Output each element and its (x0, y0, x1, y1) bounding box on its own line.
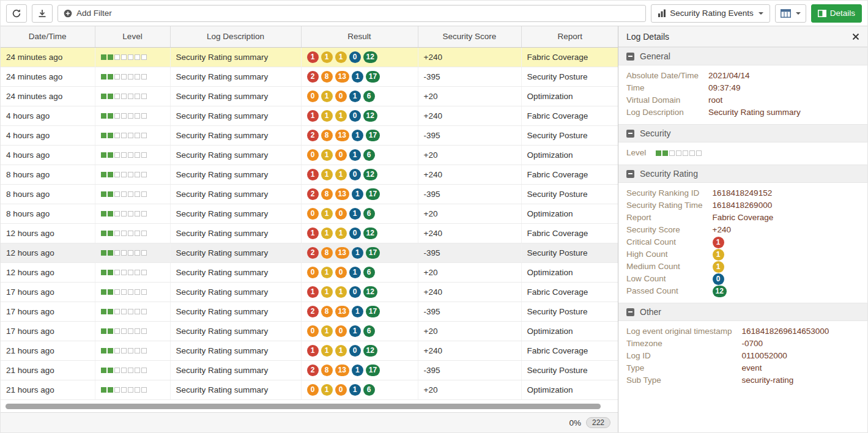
cell-log-description: Security Rating summary (170, 380, 301, 399)
field-label: Report (626, 212, 703, 224)
cell-log-description: Security Rating summary (170, 184, 301, 204)
field-value: 0110052000 (742, 350, 859, 362)
count-badge-blue: 1 (349, 91, 361, 102)
view-selector-button[interactable]: Security Rating Events (651, 4, 770, 23)
add-filter-input[interactable]: Add Filter (57, 5, 646, 22)
table-row[interactable]: 17 hours agoSecurity Rating summary01016… (1, 321, 618, 341)
cell-result: 2813117 (301, 302, 418, 321)
field-label: Time (626, 82, 699, 94)
field-label: Log ID (626, 350, 732, 362)
level-segment (141, 152, 147, 158)
table-row[interactable]: 24 minutes agoSecurity Rating summary281… (1, 67, 618, 86)
view-selector-label: Security Rating Events (670, 9, 754, 18)
cell-security-score: +240 (418, 47, 521, 67)
table-row[interactable]: 21 hours agoSecurity Rating summary11101… (1, 341, 618, 360)
section-header-security[interactable]: Security (618, 124, 867, 142)
cell-level (95, 282, 170, 302)
level-segment (121, 211, 127, 216)
cell-datetime: 24 minutes ago (1, 67, 95, 86)
table-row[interactable]: 17 hours agoSecurity Rating summary11101… (1, 282, 618, 302)
count-badge-orange: 13 (335, 306, 349, 317)
section-header-general[interactable]: General (618, 47, 867, 65)
column-header-log-description[interactable]: Log Description (170, 26, 301, 47)
collapse-minus-icon[interactable] (626, 308, 634, 316)
cell-report: Security Posture (521, 302, 618, 321)
cell-level (95, 184, 170, 204)
level-segment (128, 94, 133, 99)
cell-log-description: Security Rating summary (170, 243, 301, 262)
cell-security-score: +240 (418, 341, 521, 360)
count-badge-green: 17 (366, 247, 380, 259)
level-segment (135, 74, 140, 80)
level-segment (128, 74, 133, 80)
level-segment (101, 289, 106, 295)
display-options-button[interactable] (775, 4, 806, 23)
table-row[interactable]: 8 hours agoSecurity Rating summary01016+… (1, 204, 618, 223)
column-header-security-score[interactable]: Security Score (418, 26, 521, 47)
count-badge-red: 2 (307, 365, 319, 376)
cell-result: 111012 (301, 341, 418, 360)
count-badge-green: 6 (363, 149, 375, 161)
count-badge-orange: 0 (307, 325, 319, 337)
count-badge-red: 2 (307, 188, 319, 200)
column-header-report[interactable]: Report (521, 26, 618, 47)
field-label: Absolute Date/Time (626, 70, 699, 82)
count-badge-blue: 1 (352, 130, 363, 141)
close-icon[interactable] (852, 33, 859, 40)
section-header-security-rating[interactable]: Security Rating (618, 165, 867, 183)
level-segment (101, 368, 106, 373)
count-badge-orange: 13 (335, 188, 349, 200)
table-row[interactable]: 24 minutes agoSecurity Rating summary111… (1, 47, 618, 67)
level-segment (108, 270, 113, 275)
collapse-minus-icon[interactable] (626, 53, 634, 61)
table-row[interactable]: 4 hours agoSecurity Rating summary281311… (1, 125, 618, 145)
cell-report: Fabric Coverage (521, 282, 618, 302)
column-header-level[interactable]: Level (95, 26, 170, 47)
level-segment (101, 191, 106, 197)
table-row[interactable]: 12 hours agoSecurity Rating summary28131… (1, 243, 618, 262)
count-badge-green: 17 (366, 306, 380, 317)
level-indicator (101, 270, 147, 275)
panel-title: Log Details (626, 32, 669, 42)
column-header-date-time[interactable]: Date/Time (1, 26, 95, 47)
column-header-result[interactable]: Result (301, 26, 418, 47)
section-header-other[interactable]: Other (618, 303, 867, 321)
table-display-icon (781, 9, 791, 18)
count-badge-orange: 13 (335, 365, 349, 376)
details-button[interactable]: Details (811, 4, 862, 23)
level-segment (101, 231, 106, 236)
table-row[interactable]: 4 hours agoSecurity Rating summary111012… (1, 106, 618, 125)
refresh-button[interactable] (6, 4, 27, 23)
count-badge-red: 1 (307, 228, 319, 239)
count-badge-blue: 1 (349, 384, 361, 396)
field-label: Level (626, 147, 646, 159)
count-badge-green: 6 (363, 325, 375, 337)
collapse-minus-icon[interactable] (626, 130, 634, 138)
field-label: Security Rating Time (626, 199, 703, 212)
level-segment (141, 368, 147, 373)
table-row[interactable]: 4 hours agoSecurity Rating summary01016+… (1, 145, 618, 165)
count-badge-red: 2 (307, 247, 319, 259)
table-row[interactable]: 17 hours agoSecurity Rating summary28131… (1, 302, 618, 321)
table-row[interactable]: 21 hours agoSecurity Rating summary01016… (1, 380, 618, 399)
table-row[interactable]: 8 hours agoSecurity Rating summary111012… (1, 165, 618, 184)
download-button[interactable] (32, 4, 53, 23)
level-segment (121, 152, 127, 158)
table-row[interactable]: 12 hours agoSecurity Rating summary11101… (1, 223, 618, 243)
table-row[interactable]: 24 minutes agoSecurity Rating summary010… (1, 86, 618, 106)
count-badge-red: 1 (307, 345, 319, 357)
table-row[interactable]: 21 hours agoSecurity Rating summary28131… (1, 360, 618, 380)
details-section-security: SecurityLevel (618, 124, 867, 165)
table-row[interactable]: 12 hours agoSecurity Rating summary01016… (1, 262, 618, 282)
count-badge-yellow: 1 (321, 51, 333, 63)
horizontal-scrollbar[interactable] (6, 404, 601, 409)
count-badge-red: 2 (307, 130, 319, 141)
toolbar: Add Filter Security Rating Events Detail… (1, 1, 867, 26)
count-badge-blue: 1 (352, 71, 363, 83)
level-indicator (101, 328, 147, 334)
table-row[interactable]: 8 hours agoSecurity Rating summary281311… (1, 184, 618, 204)
collapse-minus-icon[interactable] (626, 170, 634, 178)
level-segment (128, 191, 133, 197)
cell-result: 111012 (301, 165, 418, 184)
level-segment (108, 133, 113, 138)
